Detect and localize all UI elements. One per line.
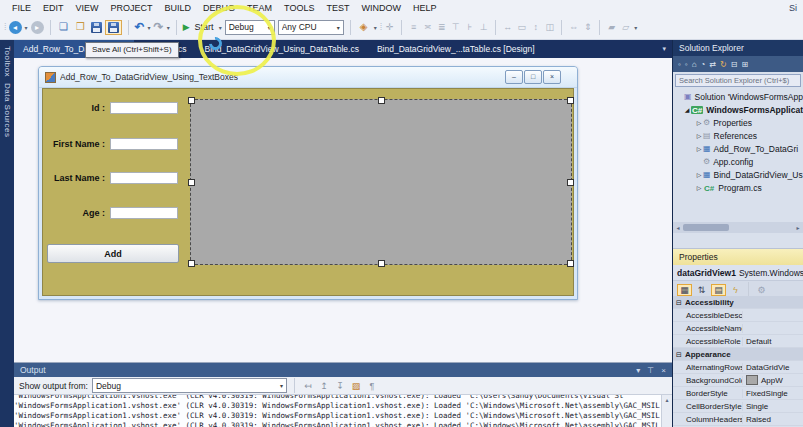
alphabetical-icon[interactable]: ⇅ [695, 285, 708, 295]
expand-icon[interactable]: ▷ [695, 132, 703, 139]
send-to-back-icon[interactable]: ▱ [620, 22, 631, 32]
size-to-grid-icon[interactable]: ◫ [544, 22, 555, 32]
align-tops-icon[interactable]: ⊤ [450, 22, 461, 32]
close-icon[interactable]: × [661, 366, 666, 375]
undo-icon[interactable]: ↶ [135, 20, 145, 34]
property-pages-icon[interactable]: ⚙ [755, 285, 768, 295]
navigate-backward-icon[interactable]: ◂ [9, 21, 22, 34]
expand-icon[interactable]: ▷ [695, 184, 703, 191]
same-size-icon[interactable]: ▭ [516, 22, 527, 32]
sign-in-link[interactable]: Si [789, 3, 797, 13]
properties-object-dropdown[interactable]: dataGridView1 System.Windows [673, 265, 803, 281]
back-icon[interactable]: ◦ [678, 60, 681, 69]
menu-project[interactable]: PROJECT [105, 3, 159, 13]
same-height-icon[interactable]: ↕ [530, 22, 541, 32]
menu-tools[interactable]: TOOLS [278, 3, 320, 13]
menu-window[interactable]: WINDOW [355, 3, 407, 13]
tree-item-app-config[interactable]: ⚙ App.config [673, 155, 803, 168]
home-icon[interactable]: ⌂ [692, 60, 697, 69]
tab-bind-datagridview-design[interactable]: Bind_DataGridView_...taTable.cs [Design] [368, 40, 544, 58]
tree-item-properties[interactable]: ▷ ⚙ Properties [673, 116, 803, 129]
menu-test[interactable]: TEST [320, 3, 355, 13]
menu-build[interactable]: BUILD [159, 3, 198, 13]
collapse-icon[interactable]: ◢ [683, 106, 691, 113]
align-rights-icon[interactable]: ≣ [436, 22, 447, 32]
menu-view[interactable]: VIEW [70, 3, 105, 13]
tree-item-program-cs[interactable]: ▷ C# Program.cs [673, 181, 803, 194]
property-row[interactable]: AlternatingRowsDe DataGridVie [673, 361, 803, 374]
property-row[interactable]: BackgroundColor AppW [673, 374, 803, 387]
tab-list-dropdown-icon[interactable]: ▾ [662, 45, 672, 53]
align-middles-icon[interactable]: ⊦ [464, 22, 475, 32]
horizontal-scrollbar[interactable]: ◂ ▸ [673, 222, 803, 233]
events-icon[interactable]: ϟ [729, 285, 742, 295]
navigate-backward-dropdown-icon[interactable]: ▾ [25, 24, 28, 31]
menu-help[interactable]: HELP [407, 3, 443, 13]
align-centers-icon[interactable]: ≍ [422, 22, 433, 32]
align-lefts-icon[interactable]: ≡ [408, 22, 419, 32]
scrollbar-thumb[interactable] [683, 224, 729, 231]
find-in-files-icon[interactable]: ◈ [357, 20, 371, 34]
tree-item-add-row-form[interactable]: ▷ ▦ Add_Row_To_DataGri [673, 142, 803, 155]
forward-icon[interactable]: ◦ [685, 60, 688, 69]
output-scrollbar[interactable]: ▴ [661, 395, 672, 427]
property-row[interactable]: BorderStyle FixedSingle [673, 387, 803, 400]
word-wrap-icon[interactable]: ¶ [366, 381, 378, 391]
property-row[interactable]: AccessibleDescriptio [673, 309, 803, 322]
horizontal-spacing-icon[interactable]: ⇔ [568, 22, 579, 32]
align-bottoms-icon[interactable]: ⊥ [478, 22, 489, 32]
collapse-icon[interactable]: ⊟ [676, 351, 682, 358]
previous-message-icon[interactable]: ↥ [318, 381, 330, 391]
toolbar-overflow-icon[interactable]: ▾ [374, 24, 377, 31]
maximize-icon[interactable]: □ [524, 70, 542, 84]
vertical-spacing-icon[interactable]: ⇕ [582, 22, 593, 32]
undo-dropdown-icon[interactable]: ▾ [148, 24, 151, 31]
clear-all-icon[interactable]: ▨ [350, 381, 362, 391]
resize-handle[interactable] [567, 260, 574, 267]
save-all-button[interactable] [105, 20, 122, 35]
last-name-field[interactable] [110, 172, 178, 184]
expand-icon[interactable]: ▷ [695, 145, 703, 152]
resize-handle[interactable] [567, 179, 574, 186]
redo-dropdown-icon[interactable]: ▾ [167, 24, 170, 31]
expand-icon[interactable]: ▷ [695, 119, 703, 126]
navigate-forward-icon[interactable]: ▸ [31, 21, 44, 34]
expand-icon[interactable]: ▷ [695, 171, 703, 178]
scroll-right-icon[interactable]: ▸ [793, 224, 803, 231]
tree-item-solution[interactable]: ▣ Solution 'WindowsFormsApp [673, 90, 803, 103]
sidebar-item-data-sources[interactable]: Data Sources [3, 83, 12, 137]
property-row[interactable]: AccessibleRole Default [673, 335, 803, 348]
new-project-icon[interactable]: ❏ [57, 20, 71, 34]
resize-handle[interactable] [378, 260, 385, 267]
property-row[interactable]: AccessibleName [673, 322, 803, 335]
tree-item-bind-datagridview-form[interactable]: ▷ ▦ Bind_DataGridView_Us [673, 168, 803, 181]
menu-file[interactable]: FILE [6, 3, 37, 13]
first-name-field[interactable] [110, 138, 178, 150]
sync-with-active-document-icon[interactable]: ⇄ [709, 60, 716, 69]
close-icon[interactable]: × [543, 70, 561, 84]
resize-handle[interactable] [188, 179, 195, 186]
categorized-icon[interactable]: ▦ [677, 284, 692, 296]
save-icon[interactable] [91, 22, 102, 33]
tree-item-project[interactable]: ◢ C# WindowsFormsApplicati [673, 103, 803, 116]
property-row[interactable]: ColumnHeadersBor Raised [673, 413, 803, 426]
search-input[interactable]: Search Solution Explorer (Ctrl+$) [675, 74, 801, 87]
designed-form-window[interactable]: Add_Row_To_DataGridView_Using_TextBoxes … [38, 66, 578, 300]
add-button[interactable]: Add [47, 244, 179, 263]
same-width-icon[interactable]: ↔ [502, 22, 513, 32]
pin-icon[interactable]: ⊤ [647, 366, 654, 375]
bring-to-front-icon[interactable]: ▰ [606, 22, 617, 32]
minimize-icon[interactable]: – [505, 70, 523, 84]
window-position-icon[interactable]: ▾ [636, 366, 640, 375]
next-message-icon[interactable]: ↧ [334, 381, 346, 391]
resize-handle[interactable] [378, 97, 385, 104]
output-source-dropdown[interactable]: Debug▾ [92, 378, 287, 393]
layout-toolbar-overflow-icon[interactable]: ▾ [634, 24, 637, 31]
menu-edit[interactable]: EDIT [37, 3, 70, 13]
refresh-icon[interactable]: ↻ [720, 60, 727, 69]
redo-icon[interactable]: ↷ [154, 20, 164, 34]
open-file-icon[interactable]: ❒ [74, 20, 88, 34]
tree-item-references[interactable]: ▷ ▤ References [673, 129, 803, 142]
age-field[interactable] [110, 207, 178, 219]
pending-changes-filter-icon[interactable]: ◔ [701, 60, 706, 69]
